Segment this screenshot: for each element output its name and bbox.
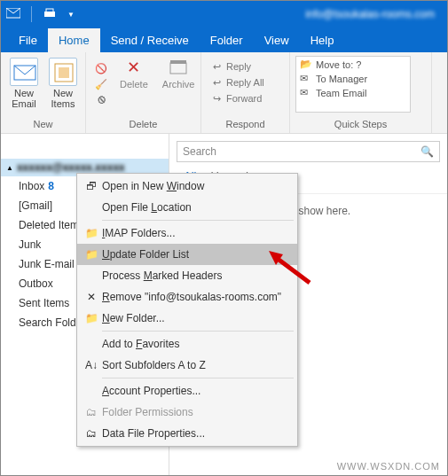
ctx-imap-folders[interactable]: 📁IMAP Folders... (77, 222, 297, 244)
blank-icon (84, 269, 98, 283)
ribbon: New Email New Items New 🚫 🧹 🛇 ✕ Delete A… (1, 52, 447, 134)
svg-rect-5 (59, 67, 69, 78)
reply-button[interactable]: ↩Reply (207, 59, 268, 74)
watermark: WWW.WSXDN.COM (337, 461, 440, 472)
context-menu: 🗗Open in New WindowOpen File Location📁IM… (76, 173, 298, 447)
folder-icon: 📁 (84, 247, 98, 261)
reply-icon: ↩ (210, 60, 223, 73)
tab-help[interactable]: Help (300, 28, 345, 52)
reply-all-button[interactable]: ↩Reply All (207, 75, 268, 90)
ignore-button[interactable]: 🚫 (91, 61, 111, 75)
ctx-update-folder-list[interactable]: 📁Update Folder List (77, 244, 297, 265)
junk-button[interactable]: 🛇 (91, 93, 111, 107)
search-icon[interactable]: 🔍 (420, 145, 434, 158)
tab-send-receive[interactable]: Send / Receive (100, 28, 200, 52)
delete-icon: ✕ (124, 58, 144, 77)
group-delete-label: Delete (91, 117, 195, 131)
reply-all-icon: ↩ (210, 76, 223, 89)
delete-button[interactable]: ✕ Delete (114, 56, 153, 91)
ignore-icon: 🚫 (95, 62, 107, 74)
group-respond-label: Respond (207, 117, 284, 131)
search-input[interactable]: Search 🔍 (177, 141, 440, 162)
ctx-account-properties[interactable]: Account Properties... (77, 380, 297, 402)
ctx-add-to-favorites[interactable]: Add to Favorites (77, 333, 297, 355)
group-new-label: New (6, 117, 80, 131)
blank-icon (84, 384, 98, 398)
mail-icon[interactable] (6, 7, 20, 21)
ctx-open-in-new-window[interactable]: 🗗Open in New Window (77, 176, 297, 197)
new-items-button[interactable]: New Items (45, 56, 81, 111)
archive-button[interactable]: Archive (157, 56, 200, 91)
tab-file[interactable]: File (8, 28, 48, 52)
folder-icon: 📁 (84, 311, 98, 325)
ctx-new-folder[interactable]: 📁New Folder... (77, 308, 297, 329)
folder-icon: 📁 (84, 226, 98, 240)
forward-button[interactable]: ↪Forward (207, 91, 268, 105)
svg-rect-6 (170, 63, 186, 74)
ctx-data-file-properties[interactable]: 🗂Data File Properties... (77, 423, 297, 444)
sort-icon: A↓ (84, 358, 98, 372)
props-icon: 🗂 (84, 426, 98, 441)
cleanup-icon: 🧹 (95, 78, 107, 90)
dropdown-icon[interactable]: ▼ (64, 7, 78, 21)
ctx-remove-info-tsoukalas-rooms-com[interactable]: ✕Remove "info@tsoukalas-rooms.com" (77, 286, 297, 308)
tab-home[interactable]: Home (48, 28, 100, 52)
new-items-icon (49, 58, 77, 86)
window-icon: 🗗 (84, 179, 98, 193)
tomanager-icon: ✉ (300, 73, 312, 85)
moveto-icon: 📂 (300, 59, 312, 71)
ctx-sort-subfolders-a-to-z[interactable]: A↓Sort Subfolders A to Z (77, 355, 297, 376)
tab-bar: File Home Send / Receive Folder View Hel… (1, 27, 447, 52)
print-icon[interactable] (43, 7, 57, 21)
svg-rect-7 (170, 60, 186, 64)
ctx-folder-permissions: 🗂Folder Permissions (77, 402, 297, 423)
blank-icon (84, 200, 98, 215)
ctx-process-marked-headers[interactable]: Process Marked Headers (77, 265, 297, 286)
delete-icon: ✕ (84, 290, 98, 304)
junk-icon: 🛇 (95, 94, 107, 106)
tab-folder[interactable]: Folder (200, 28, 254, 52)
new-email-button[interactable]: New Email (6, 56, 42, 111)
group-quicksteps-label: Quick Steps (295, 117, 426, 131)
tab-view[interactable]: View (254, 28, 300, 52)
title-bar: ▼ info@tsoukalas-rooms.com (1, 1, 447, 27)
props-icon: 🗂 (84, 405, 98, 419)
archive-icon (169, 58, 188, 77)
quick-steps-gallery[interactable]: 📂Move to: ? ✉To Manager ✉Team Email (295, 56, 411, 113)
ctx-open-file-location[interactable]: Open File Location (77, 197, 297, 218)
cleanup-button[interactable]: 🧹 (91, 77, 111, 91)
teamemail-icon: ✉ (300, 87, 312, 99)
new-email-icon (10, 58, 38, 86)
blank-icon (84, 337, 98, 351)
window-title: info@tsoukalas-rooms.com (78, 8, 442, 20)
forward-icon: ↪ (210, 92, 223, 105)
